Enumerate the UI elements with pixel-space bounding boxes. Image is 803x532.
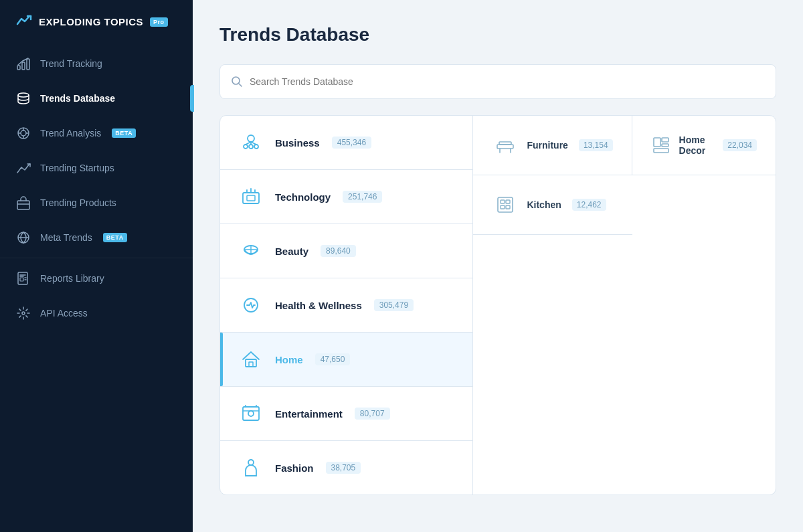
sidebar-label-trend-tracking: Trend Tracking (40, 58, 102, 69)
sidebar-item-trending-startups[interactable]: Trending Startups (0, 151, 193, 185)
trends-database-icon (16, 91, 31, 106)
subcategory-home-decor-name: Home Decor (679, 135, 713, 156)
category-technology[interactable]: Technology 251,746 (220, 170, 472, 224)
category-entertainment-count: 80,707 (355, 408, 390, 420)
reports-library-icon (16, 271, 31, 286)
svg-rect-51 (499, 142, 511, 145)
health-wellness-icon (236, 290, 266, 320)
fashion-icon (236, 453, 266, 482)
svg-rect-34 (243, 193, 259, 203)
sidebar-item-trend-analysis[interactable]: Trend Analysis BETA (0, 116, 193, 151)
svg-point-5 (18, 93, 29, 97)
svg-rect-60 (506, 200, 510, 203)
category-entertainment-name: Entertainment (275, 408, 343, 420)
logo-text: EXPLODING TOPICS (39, 16, 143, 27)
svg-rect-19 (20, 278, 23, 281)
svg-rect-14 (17, 201, 29, 209)
svg-point-24 (22, 312, 25, 315)
api-access-icon (16, 306, 31, 321)
furniture-icon (492, 132, 519, 159)
sidebar: EXPLODING TOPICS Pro Trend Tracking (0, 0, 193, 532)
sidebar-item-trend-tracking[interactable]: Trend Tracking (0, 46, 193, 81)
category-technology-name: Technology (275, 191, 331, 203)
entertainment-icon (236, 399, 266, 428)
subcategory-home-decor-count: 22,034 (723, 139, 757, 151)
logo-area: EXPLODING TOPICS Pro (0, 0, 193, 46)
svg-point-7 (21, 130, 26, 136)
subcategory-kitchen-count: 12,462 (572, 199, 606, 211)
svg-line-26 (239, 84, 242, 87)
category-home-count: 47,650 (315, 353, 351, 365)
sidebar-item-reports-library[interactable]: Reports Library (0, 261, 193, 296)
nav-list: Trend Tracking Trends Database (0, 46, 193, 532)
business-icon (236, 128, 266, 157)
home-decor-icon (651, 132, 671, 159)
svg-rect-56 (662, 144, 668, 147)
category-health-wellness[interactable]: Health & Wellness 305,479 (220, 278, 472, 333)
svg-rect-54 (654, 138, 660, 147)
category-technology-count: 251,746 (343, 191, 382, 203)
sidebar-label-trending-startups: Trending Startups (40, 163, 114, 173)
subcategory-furniture-name: Furniture (527, 140, 567, 151)
subcategories-grid: Furniture 13,154 Home Decor 22,034 (473, 116, 776, 235)
subcategory-kitchen[interactable]: Kitchen 12,462 (473, 175, 632, 235)
sidebar-item-api-access[interactable]: API Access (0, 296, 193, 331)
categories-left: Business 455,346 Technology 251,746 (220, 116, 473, 495)
search-icon (231, 76, 243, 88)
search-bar[interactable] (219, 64, 776, 99)
sidebar-item-meta-trends[interactable]: Meta Trends BETA (0, 220, 193, 255)
svg-rect-35 (247, 195, 255, 201)
svg-rect-4 (27, 59, 29, 70)
subcategory-furniture-count: 13,154 (579, 139, 613, 151)
logo-icon (16, 13, 32, 30)
sidebar-label-reports-library: Reports Library (40, 273, 104, 284)
sidebar-item-trending-products[interactable]: Trending Products (0, 185, 193, 220)
category-business-count: 455,346 (332, 137, 371, 149)
svg-rect-55 (662, 138, 668, 142)
svg-rect-61 (501, 205, 505, 209)
svg-point-46 (248, 411, 254, 416)
main-content: Trends Database (193, 0, 803, 532)
category-beauty-count: 89,640 (321, 245, 356, 257)
svg-rect-3 (22, 62, 25, 70)
categories-right: Furniture 13,154 Home Decor 22,034 (473, 116, 776, 495)
category-home[interactable]: Home 47,650 (220, 333, 472, 387)
trend-analysis-icon (16, 126, 31, 141)
trend-tracking-icon (16, 56, 31, 71)
sidebar-label-trend-analysis: Trend Analysis (40, 128, 101, 139)
svg-rect-44 (249, 362, 253, 367)
subcategory-kitchen-name: Kitchen (527, 199, 561, 210)
beauty-icon (236, 236, 266, 266)
sidebar-label-trending-products: Trending Products (40, 197, 116, 208)
category-beauty[interactable]: Beauty 89,640 (220, 224, 472, 278)
svg-point-48 (248, 460, 254, 465)
kitchen-icon (492, 191, 519, 218)
svg-rect-18 (18, 272, 27, 284)
category-fashion[interactable]: Fashion 38,705 (220, 441, 472, 495)
sidebar-label-meta-trends: Meta Trends (40, 232, 92, 243)
svg-point-42 (244, 298, 258, 312)
pro-badge: Pro (150, 17, 168, 27)
category-fashion-name: Fashion (275, 462, 314, 474)
subcategory-home-decor[interactable]: Home Decor 22,034 (632, 116, 776, 175)
sidebar-item-trends-database[interactable]: Trends Database (0, 81, 193, 116)
category-entertainment[interactable]: Entertainment 80,707 (220, 387, 472, 441)
category-health-count: 305,479 (374, 299, 414, 311)
meta-trends-icon (16, 230, 31, 245)
subcategory-furniture[interactable]: Furniture 13,154 (473, 116, 632, 175)
category-beauty-name: Beauty (275, 246, 308, 257)
nav-divider (0, 258, 193, 258)
technology-icon (236, 182, 266, 211)
category-business-name: Business (275, 137, 320, 149)
page-title: Trends Database (219, 24, 776, 46)
search-input[interactable] (250, 76, 765, 87)
svg-rect-2 (17, 66, 20, 70)
svg-rect-50 (497, 145, 513, 149)
categories-container: Business 455,346 Technology 251,746 (219, 115, 776, 495)
svg-rect-45 (243, 407, 259, 420)
home-icon (236, 345, 266, 374)
svg-point-27 (248, 135, 254, 142)
category-business[interactable]: Business 455,346 (220, 116, 472, 170)
svg-rect-58 (498, 197, 513, 212)
svg-rect-62 (506, 205, 510, 209)
